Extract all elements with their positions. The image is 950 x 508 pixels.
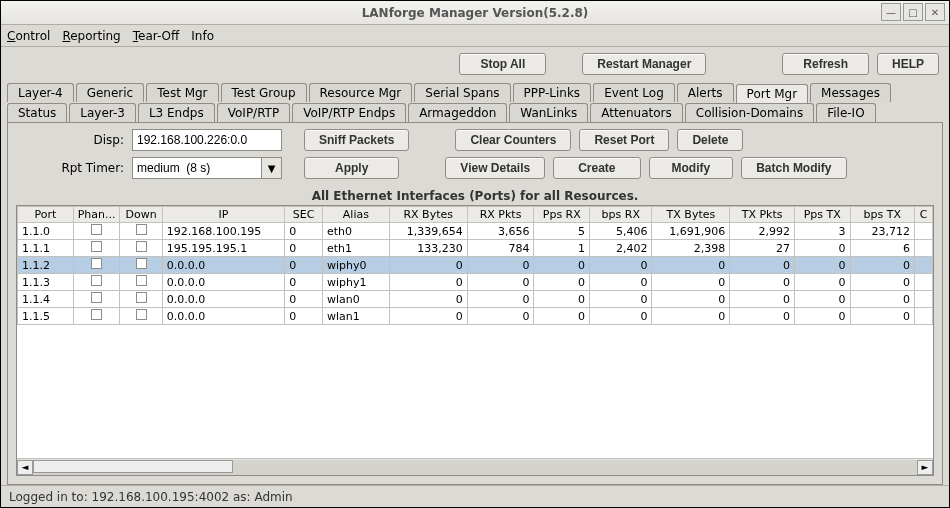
cell[interactable]: 0 (730, 257, 795, 274)
menu-reporting[interactable]: Reporting (62, 29, 120, 43)
cell[interactable] (915, 308, 933, 325)
column-header[interactable]: Pps TX (794, 207, 850, 223)
cell[interactable]: 0 (285, 223, 323, 240)
cell[interactable]: 0 (389, 308, 467, 325)
cell[interactable]: 0 (590, 274, 652, 291)
table-row[interactable]: 1.1.50.0.0.00wlan100000000 (18, 308, 933, 325)
tab-serial-spans[interactable]: Serial Spans (414, 83, 510, 102)
cell[interactable]: 0 (389, 257, 467, 274)
delete-button[interactable]: Delete (677, 129, 743, 151)
scroll-right-icon[interactable]: ► (917, 460, 933, 475)
cell[interactable]: 192.168.100.195 (162, 223, 284, 240)
clear-counters-button[interactable]: Clear Counters (455, 129, 571, 151)
cell[interactable]: 0 (794, 291, 850, 308)
tab-alerts[interactable]: Alerts (677, 83, 734, 102)
cell[interactable]: 5,406 (590, 223, 652, 240)
help-button[interactable]: HELP (877, 53, 939, 75)
create-button[interactable]: Create (553, 157, 640, 179)
horizontal-scrollbar[interactable]: ◄ ► (17, 458, 933, 475)
checkbox-icon[interactable] (136, 275, 147, 286)
menu-info[interactable]: Info (191, 29, 214, 43)
cell[interactable]: 0 (652, 257, 730, 274)
tab-l3-endps[interactable]: L3 Endps (138, 103, 215, 122)
cell[interactable]: 0.0.0.0 (162, 257, 284, 274)
column-header[interactable]: SEC (285, 207, 323, 223)
restart-manager-button[interactable]: Restart Manager (582, 53, 706, 75)
cell[interactable]: 1,691,906 (652, 223, 730, 240)
cell[interactable]: 0 (285, 274, 323, 291)
cell[interactable]: 0 (285, 291, 323, 308)
cell[interactable] (915, 257, 933, 274)
cell[interactable]: 0 (467, 274, 534, 291)
sniff-packets-button[interactable]: Sniff Packets (304, 129, 409, 151)
tab-event-log[interactable]: Event Log (593, 83, 675, 102)
cell[interactable]: 3,656 (467, 223, 534, 240)
checkbox-icon[interactable] (91, 258, 102, 269)
checkbox-icon[interactable] (136, 292, 147, 303)
column-header[interactable]: Alias (322, 207, 389, 223)
table-row[interactable]: 1.1.0192.168.100.1950eth01,339,6543,6565… (18, 223, 933, 240)
view-details-button[interactable]: View Details (445, 157, 545, 179)
cell[interactable]: 1.1.2 (18, 257, 74, 274)
cell[interactable]: 0 (652, 308, 730, 325)
rpt-timer-input[interactable] (132, 157, 262, 179)
cell[interactable] (915, 291, 933, 308)
tab-generic[interactable]: Generic (76, 83, 145, 102)
table-row[interactable]: 1.1.30.0.0.00wiphy100000000 (18, 274, 933, 291)
cell[interactable]: 0 (850, 308, 915, 325)
checkbox-cell[interactable] (73, 223, 120, 240)
cell[interactable]: 5 (534, 223, 590, 240)
tab-test-mgr[interactable]: Test Mgr (146, 83, 218, 102)
column-header[interactable]: Phan... (73, 207, 120, 223)
cell[interactable]: 0 (730, 291, 795, 308)
tab-test-group[interactable]: Test Group (221, 83, 307, 102)
refresh-button[interactable]: Refresh (782, 53, 869, 75)
cell[interactable]: 0 (534, 291, 590, 308)
cell[interactable]: 0 (285, 257, 323, 274)
checkbox-icon[interactable] (136, 309, 147, 320)
tab-voip-rtp-endps[interactable]: VoIP/RTP Endps (292, 103, 406, 122)
close-button[interactable]: ✕ (925, 3, 945, 21)
minimize-button[interactable]: — (881, 3, 901, 21)
cell[interactable]: 0 (652, 274, 730, 291)
tab-wanlinks[interactable]: WanLinks (509, 103, 588, 122)
checkbox-cell[interactable] (73, 240, 120, 257)
cell[interactable]: 0 (285, 240, 323, 257)
checkbox-icon[interactable] (91, 241, 102, 252)
table-row[interactable]: 1.1.1195.195.195.10eth1133,23078412,4022… (18, 240, 933, 257)
tab-resource-mgr[interactable]: Resource Mgr (309, 83, 413, 102)
cell[interactable] (915, 274, 933, 291)
cell[interactable] (915, 223, 933, 240)
cell[interactable]: 6 (850, 240, 915, 257)
checkbox-icon[interactable] (136, 258, 147, 269)
reset-port-button[interactable]: Reset Port (579, 129, 669, 151)
checkbox-icon[interactable] (91, 309, 102, 320)
scroll-left-icon[interactable]: ◄ (17, 460, 33, 475)
cell[interactable]: 0 (467, 257, 534, 274)
cell[interactable]: 195.195.195.1 (162, 240, 284, 257)
cell[interactable]: 0 (850, 274, 915, 291)
checkbox-cell[interactable] (73, 257, 120, 274)
chevron-down-icon[interactable]: ▼ (262, 157, 282, 179)
checkbox-cell[interactable] (120, 274, 162, 291)
cell[interactable]: 0 (794, 257, 850, 274)
cell[interactable]: 2,992 (730, 223, 795, 240)
stop-all-button[interactable]: Stop All (459, 53, 546, 75)
scroll-track[interactable] (33, 460, 917, 475)
column-header[interactable]: RX Pkts (467, 207, 534, 223)
tab-port-mgr[interactable]: Port Mgr (736, 84, 809, 103)
cell[interactable]: 0 (794, 308, 850, 325)
checkbox-cell[interactable] (73, 291, 120, 308)
cell[interactable]: 2,398 (652, 240, 730, 257)
cell[interactable]: 0 (590, 308, 652, 325)
cell[interactable]: 1.1.4 (18, 291, 74, 308)
cell[interactable]: 1.1.0 (18, 223, 74, 240)
column-header[interactable]: bps RX (590, 207, 652, 223)
modify-button[interactable]: Modify (649, 157, 734, 179)
checkbox-cell[interactable] (120, 257, 162, 274)
cell[interactable]: eth1 (322, 240, 389, 257)
cell[interactable]: 0 (730, 274, 795, 291)
tab-armageddon[interactable]: Armageddon (408, 103, 507, 122)
cell[interactable]: 0 (467, 308, 534, 325)
cell[interactable]: wlan1 (322, 308, 389, 325)
